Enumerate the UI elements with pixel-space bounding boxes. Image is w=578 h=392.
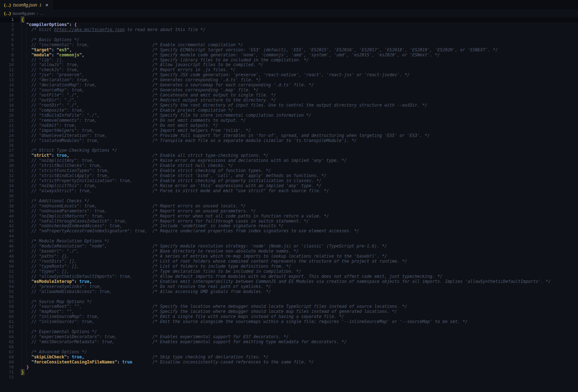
line-number: 25 [0, 138, 14, 143]
code-line[interactable]: 66 [0, 345, 578, 350]
code-line[interactable]: 15 // "sourceMap": true, /* Generates co… [0, 88, 578, 93]
code-line[interactable]: 27 /* Strict Type-Checking Options */ [0, 148, 578, 153]
code-line[interactable]: 50 // "typeRoots": [], /* List of folder… [0, 264, 578, 269]
code-line[interactable]: 4 [0, 33, 578, 38]
code-text: // "jsx": "preserve", /* Specify JSX cod… [14, 73, 410, 78]
code-line[interactable]: 49 // "rootDirs": [], /* List of root fo… [0, 259, 578, 264]
code-text [14, 345, 21, 350]
code-line[interactable]: 26 [0, 143, 578, 148]
code-line[interactable]: 16 // "outFile": "./", /* Concatenate an… [0, 93, 578, 98]
code-line[interactable]: 39 // "noUnusedParameters": true, /* Rep… [0, 209, 578, 214]
code-line[interactable]: 8 "module": "commonjs", /* Specify modul… [0, 53, 578, 58]
line-number: 61 [0, 319, 14, 324]
tab-tsconfig[interactable]: {..} tsconfig.json 1 ✕ [0, 0, 52, 10]
code-line[interactable]: 25 // "isolatedModules": true, /* Transp… [0, 138, 578, 143]
code-line[interactable]: 23 // "importHelpers": true, /* Import e… [0, 128, 578, 133]
code-line[interactable]: 48 // "paths": {}, /* A series of entrie… [0, 254, 578, 259]
line-number: 31 [0, 168, 14, 173]
code-line[interactable]: 55 // "allowUmdGlobalAccess": true, /* A… [0, 289, 578, 294]
code-line[interactable]: 47 // "baseUrl": "./", /* Base directory… [0, 249, 578, 254]
code-line[interactable]: 69 "forceConsistentCasingInFileNames": t… [0, 360, 578, 365]
code-line[interactable]: 3 /* Visit https://aka.ms/tsconfig.json … [0, 27, 578, 33]
code-line[interactable]: 12 // "jsx": "preserve", /* Specify JSX … [0, 73, 578, 78]
line-number: 6 [0, 43, 14, 48]
line-number: 47 [0, 249, 14, 254]
code-line[interactable]: 58 // "sourceRoot": "", /* Specify the l… [0, 304, 578, 309]
code-line[interactable]: 19 // "composite": true, /* Enable proje… [0, 108, 578, 113]
code-line[interactable]: 40 // "noImplicitReturns": true, /* Repo… [0, 214, 578, 219]
close-icon[interactable]: ✕ [45, 3, 48, 8]
code-line[interactable]: 71} [0, 370, 578, 375]
code-line[interactable]: 28 "strict": true, /* Enable all strict … [0, 153, 578, 158]
code-line[interactable]: 7 "target": "es5", /* Specify ECMAScript… [0, 48, 578, 53]
code-line[interactable]: 20 // "tsBuildInfoFile": "./", /* Specif… [0, 113, 578, 118]
code-editor[interactable]: 1{2 "compilerOptions": {3 /* Visit https… [0, 17, 578, 392]
breadcrumb-symbol[interactable]: … [40, 11, 44, 16]
code-line[interactable]: 41 // "noFallthroughCasesInSwitch": true… [0, 219, 578, 224]
line-number: 53 [0, 279, 14, 284]
breadcrumb-file[interactable]: tsconfig.json [13, 11, 35, 16]
code-line[interactable]: 72 [0, 375, 578, 380]
code-line[interactable]: 38 // "noUnusedLocals": true, /* Report … [0, 204, 578, 209]
breadcrumb: {..} tsconfig.json › … [0, 10, 578, 17]
code-line[interactable]: 68 "skipLibCheck": true, /* Skip type ch… [0, 355, 578, 360]
code-line[interactable]: 57 /* Source Map Options */ [0, 300, 578, 305]
code-line[interactable]: 17 // "outDir": "./", /* Redirect output… [0, 98, 578, 103]
code-line[interactable]: 2 "compilerOptions": { [0, 22, 578, 27]
code-line[interactable]: 24 // "downlevelIteration": true, /* Pro… [0, 133, 578, 138]
line-number: 46 [0, 244, 14, 249]
code-line[interactable]: 35 // "alwaysStrict": true, /* Parse in … [0, 189, 578, 194]
line-number: 70 [0, 365, 14, 370]
code-line[interactable]: 52 // "allowSyntheticDefaultImports": tr… [0, 274, 578, 279]
code-line[interactable]: 54 // "preserveSymlinks": true, /* Do no… [0, 284, 578, 289]
code-text: // "allowSyntheticDefaultImports": true,… [14, 274, 443, 279]
code-line[interactable]: 36 [0, 194, 578, 199]
code-line[interactable]: 51 // "types": [], /* Type declaration f… [0, 269, 578, 274]
code-line[interactable]: 9 // "lib": [], /* Specify library files… [0, 58, 578, 63]
line-number: 58 [0, 304, 14, 309]
code-line[interactable]: 45 /* Module Resolution Options */ [0, 239, 578, 244]
line-number: 7 [0, 48, 14, 53]
code-line[interactable]: 6 // "incremental": true, /* Enable incr… [0, 43, 578, 48]
code-line[interactable]: 53 "esModuleInterop": true, /* Enables e… [0, 279, 578, 284]
code-line[interactable]: 30 // "strictNullChecks": true, /* Enabl… [0, 163, 578, 168]
code-line[interactable]: 44 [0, 234, 578, 239]
code-line[interactable]: 62 [0, 324, 578, 329]
code-line[interactable]: 11 // "checkJs": true, /* Report errors … [0, 68, 578, 73]
line-number: 16 [0, 93, 14, 98]
code-line[interactable]: 13 // "declaration": true, /* Generates … [0, 78, 578, 83]
line-number: 22 [0, 123, 14, 128]
code-text: // "moduleResolution": "node", /* Specif… [14, 244, 387, 249]
code-line[interactable]: 5 /* Basic Options */ [0, 38, 578, 43]
code-line[interactable]: 14 // "declarationMap": true, /* Generat… [0, 83, 578, 88]
code-line[interactable]: 33 // "strictPropertyInitialization": tr… [0, 178, 578, 184]
code-line[interactable]: 29 // "noImplicitAny": true, /* Raise er… [0, 158, 578, 163]
code-line[interactable]: 21 // "removeComments": true, /* Do not … [0, 118, 578, 123]
code-line[interactable]: 46 // "moduleResolution": "node", /* Spe… [0, 244, 578, 249]
code-text: // "noImplicitThis": true, /* Raise erro… [14, 184, 322, 189]
code-text: // "declarationMap": true, /* Generates … [14, 83, 314, 88]
code-line[interactable]: 56 [0, 294, 578, 300]
code-line[interactable]: 59 // "mapRoot": "", /* Specify the loca… [0, 309, 578, 314]
code-line[interactable]: 18 // "rootDir": "./", /* Specify the ro… [0, 103, 578, 108]
code-line[interactable]: 31 // "strictFunctionTypes": true, /* En… [0, 168, 578, 173]
line-number: 20 [0, 113, 14, 118]
code-line[interactable]: 67 /* Advanced Options */ [0, 350, 578, 355]
code-line[interactable]: 34 // "noImplicitThis": true, /* Raise e… [0, 184, 578, 189]
code-text: // "noFallthroughCasesInSwitch": true, /… [14, 219, 309, 224]
code-line[interactable]: 10 // "allowJs": true, /* Allow javascri… [0, 63, 578, 68]
code-line[interactable]: 32 // "strictBindCallApply": true, /* En… [0, 173, 578, 178]
code-line[interactable]: 61 // "inlineSources": true, /* Emit the… [0, 319, 578, 324]
code-line[interactable]: 43 // "noPropertyAccessFromIndexSignatur… [0, 229, 578, 234]
code-text: // "rootDirs": [], /* List of root folde… [14, 259, 407, 264]
code-line[interactable]: 65 // "emitDecoratorMetadata": true, /* … [0, 340, 578, 345]
code-line[interactable]: 70 } [0, 365, 578, 370]
code-line[interactable]: 1{ [0, 17, 578, 22]
code-text: // "outFile": "./", /* Concatenate and e… [14, 93, 276, 98]
code-line[interactable]: 60 // "inlineSourceMap": true, /* Emit a… [0, 314, 578, 319]
code-line[interactable]: 63 /* Experimental Options */ [0, 329, 578, 335]
code-line[interactable]: 22 // "noEmit": true, /* Do not emit out… [0, 123, 578, 128]
code-line[interactable]: 37 /* Additional Checks */ [0, 199, 578, 204]
code-line[interactable]: 42 // "noUncheckedIndexedAccess": true, … [0, 224, 578, 229]
code-line[interactable]: 64 // "experimentalDecorators": true, /*… [0, 335, 578, 340]
